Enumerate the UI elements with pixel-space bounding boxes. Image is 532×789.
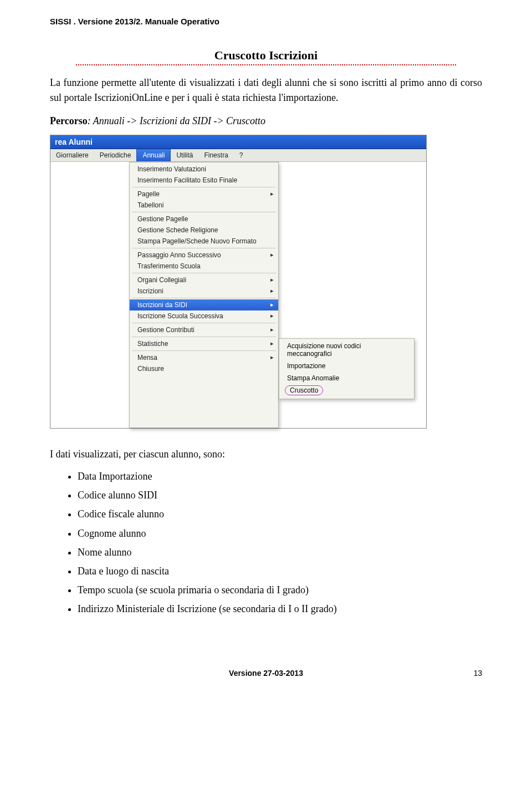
iscrizioni-sidi-submenu: Acquisizione nuovi codici meccanografici…: [279, 338, 415, 399]
footer-version: Versione 27-03-2013: [229, 669, 303, 678]
menu-separator: [132, 248, 276, 248]
dropdown-item[interactable]: Passaggio Anno Successivo: [130, 250, 278, 261]
submenu-item[interactable]: Cruscotto: [285, 385, 323, 395]
menu-separator: [132, 212, 276, 212]
menu-separator: [132, 337, 276, 337]
menu-separator: [132, 323, 276, 323]
list-item: Codice alunno SIDI: [78, 486, 482, 505]
dropdown-item[interactable]: Pagelle: [130, 189, 278, 200]
app-screenshot: rea Alunni GiornalierePeriodicheAnnualiU…: [50, 135, 427, 429]
app-body: Inserimento ValutazioniInserimento Facil…: [50, 162, 426, 428]
list-item: Nome alunno: [78, 543, 482, 562]
dropdown-item[interactable]: Tabelloni: [130, 200, 278, 211]
menu-item-periodiche[interactable]: Periodiche: [94, 149, 137, 161]
menu-item-utilit[interactable]: Utilità: [171, 149, 198, 161]
dropdown-item[interactable]: Iscrizioni: [130, 286, 278, 297]
dropdown-item[interactable]: Gestione Contributi: [130, 324, 278, 335]
menu-separator: [132, 298, 276, 298]
percorso-line: Percorso: Annuali -> Iscrizioni da SIDI …: [50, 115, 482, 127]
dropdown-item[interactable]: Gestione Pagelle: [130, 213, 278, 225]
data-fields-list: Data ImportazioneCodice alunno SIDICodic…: [50, 467, 482, 619]
list-item: Cognome alunno: [78, 524, 482, 543]
menubar: GiornalierePeriodicheAnnualiUtilitàFines…: [50, 149, 426, 162]
page-number: 13: [473, 669, 482, 678]
list-item: Codice fiscale alunno: [78, 505, 482, 523]
dropdown-item[interactable]: Mensa: [130, 352, 278, 363]
menu-item-[interactable]: ?: [234, 149, 249, 161]
list-item: Tempo scuola (se scuola primaria o secon…: [78, 581, 482, 599]
menu-item-finestra[interactable]: Finestra: [198, 149, 233, 161]
intro-paragraph: La funzione permette all'utente di visua…: [50, 75, 482, 105]
dropdown-item[interactable]: Statistiche: [130, 338, 278, 349]
section-title: Cruscotto Iscrizioni: [76, 48, 456, 65]
list-intro: I dati visualizzati, per ciascun alunno,…: [50, 449, 482, 460]
annuali-dropdown: Inserimento ValutazioniInserimento Facil…: [129, 162, 279, 428]
menu-separator: [132, 187, 276, 187]
percorso-path: : Annuali -> Iscrizioni da SIDI -> Crusc…: [88, 115, 265, 126]
doc-header: SISSI . Versione 2013/2. Manuale Operati…: [50, 17, 482, 26]
menu-item-giornaliere[interactable]: Giornaliere: [50, 149, 94, 161]
dropdown-item[interactable]: Trasferimento Scuola: [130, 261, 278, 272]
list-item: Data Importazione: [78, 467, 482, 486]
window-titlebar: rea Alunni: [50, 135, 426, 149]
list-item: Indirizzo Ministeriale di Iscrizione (se…: [78, 599, 482, 618]
percorso-label: Percorso: [50, 115, 88, 126]
dropdown-item[interactable]: Iscrizione Scuola Successiva: [130, 310, 278, 322]
dropdown-item[interactable]: Inserimento Facilitato Esito Finale: [130, 175, 278, 186]
menu-item-annuali[interactable]: Annuali: [136, 149, 171, 161]
submenu-item[interactable]: Importazione: [279, 360, 414, 372]
dropdown-item[interactable]: Stampa Pagelle/Schede Nuovo Formato: [130, 236, 278, 247]
dropdown-item[interactable]: Chiusure: [130, 363, 278, 374]
submenu-item[interactable]: Stampa Anomalie: [279, 372, 414, 384]
dropdown-item[interactable]: Inserimento Valutazioni: [130, 164, 278, 175]
page-footer: Versione 27-03-2013 13: [50, 669, 482, 678]
dropdown-item[interactable]: Iscrizioni da SIDI: [130, 299, 278, 310]
list-item: Data e luogo di nascita: [78, 562, 482, 581]
dropdown-item[interactable]: Gestione Schede Religione: [130, 225, 278, 236]
menu-separator: [132, 350, 276, 351]
menu-separator: [132, 273, 276, 273]
dropdown-item[interactable]: Organi Collegiali: [130, 274, 278, 286]
submenu-item[interactable]: Acquisizione nuovi codici meccanografici: [279, 340, 414, 360]
